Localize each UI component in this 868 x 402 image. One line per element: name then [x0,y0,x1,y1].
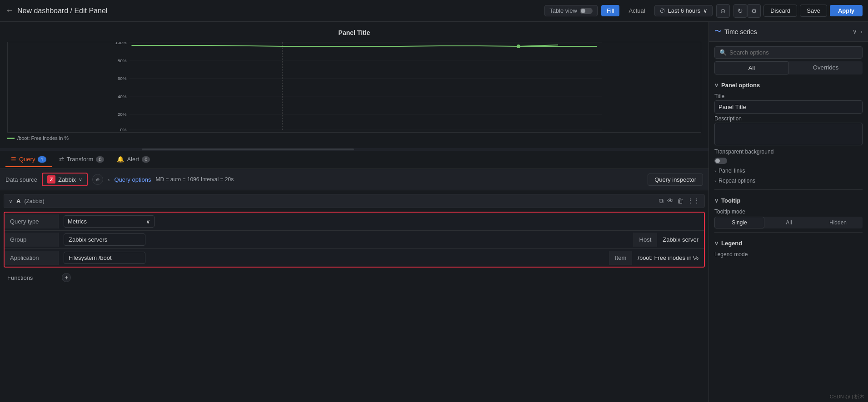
refresh-button[interactable]: ↻ [733,4,747,18]
description-textarea[interactable] [714,123,863,145]
transparent-toggle[interactable] [714,158,727,164]
actual-button[interactable]: Actual [623,5,650,16]
top-bar-left: ← New dashboard / Edit Panel [5,6,544,15]
overrides-tab[interactable]: Overrides [789,61,863,74]
tooltip-section[interactable]: ∨ Tooltip [714,194,863,207]
apply-button[interactable]: Apply [830,5,863,16]
top-bar-right: ⚙ Discard Save Apply [747,4,863,18]
toggle-knob [581,9,585,13]
duplicate-icon[interactable]: ⧉ [659,197,663,205]
drag-icon[interactable]: ⋮⋮ [687,197,700,205]
tab-alert[interactable]: 🔔 Alert 0 [111,152,155,167]
settings-button[interactable]: ⚙ [747,4,761,18]
clock-icon: ⏱ [659,7,665,14]
repeat-options-chevron-icon: › [714,179,716,184]
collapse-icon[interactable]: ∨ [9,198,13,204]
zabbix-icon: Z [47,175,55,184]
query-form: Query type Metrics ∨ Group Zabbix server… [4,212,705,268]
panel-type-expand-icon[interactable]: › [861,28,863,35]
search-input[interactable] [729,49,858,56]
panel-links-section[interactable]: › Panel links [714,166,863,176]
svg-text:40%: 40% [118,94,127,99]
save-button[interactable]: Save [800,5,827,17]
query-row-header: ∨ A (Zabbix) ⧉ 👁 🗑 ⋮⋮ [4,194,705,208]
panel-links-chevron-icon: › [714,169,716,174]
query-options-link[interactable]: Query options [114,176,151,183]
chart-container: 100% 80% 60% 40% 20% 0% 05:00 05:30 06:0… [7,42,701,133]
tooltip-hidden-btn[interactable]: Hidden [813,217,863,228]
legend-chevron-icon: ∨ [714,240,718,247]
tooltip-mode-label: Tooltip mode [714,208,863,215]
title-option-label: Title [714,93,863,99]
legend-label: /boot: Free inodes in % [17,135,69,141]
datasource-bar: Data source Z Zabbix ∨ ⊕ › Query options… [0,169,708,190]
panel-options-section[interactable]: ∨ Panel options [714,78,863,91]
legend-section[interactable]: ∨ Legend [714,236,863,249]
tooltip-chevron-icon: ∨ [714,198,718,204]
panel-type-label: Time series [724,28,853,35]
tooltip-label: Tooltip [721,197,740,204]
transform-count-badge: 0 [96,156,104,163]
top-bar-center: Table view Fill Actual ⏱ Last 6 hours ∨ … [544,4,747,18]
tooltip-single-btn[interactable]: Single [714,217,764,228]
item-value: /boot: Free inodes in % [632,251,704,265]
time-chevron-icon: ∨ [703,7,708,14]
divider2 [714,232,863,233]
gear-icon: ⚙ [751,7,757,15]
legend-label: Legend [721,240,742,247]
svg-text:100%: 100% [115,42,126,45]
host-label: Host [634,233,658,247]
back-button[interactable]: ← [5,6,14,15]
datasource-chevron-icon: ∨ [79,177,82,183]
repeat-options-label: Repeat options [718,178,755,184]
query-inspector-button[interactable]: Query inspector [648,174,703,186]
add-function-button[interactable]: + [62,273,71,282]
group-value[interactable]: Zabbix servers [64,233,145,246]
time-label: Last 6 hours [668,7,701,14]
functions-row: Functions + [4,271,705,284]
transform-tab-icon: ⇄ [59,156,64,163]
tab-transform[interactable]: ⇄ Transform 0 [54,152,110,167]
discard-button[interactable]: Discard [763,5,797,17]
alert-tab-label: Alert [127,156,139,163]
datasource-selector[interactable]: Z Zabbix ∨ [42,173,88,186]
search-icon: 🔍 [719,49,727,56]
panel-title-input[interactable] [714,100,863,114]
fill-button[interactable]: Fill [601,5,620,16]
zoom-out-button[interactable]: ⊖ [716,4,730,18]
alert-count-badge: 0 [142,156,150,163]
panel-type-chevron-icon[interactable]: ∨ [853,28,857,35]
eye-icon[interactable]: 👁 [667,197,673,205]
tooltip-all-btn[interactable]: All [764,217,813,228]
search-box[interactable]: 🔍 [714,46,863,59]
datasource-mixed-button[interactable]: ⊕ [92,174,103,185]
table-view-toggle[interactable]: Table view [544,5,598,16]
row-datasource-hint: (Zabbix) [24,198,44,204]
all-tab[interactable]: All [714,61,789,74]
query-type-select[interactable]: Metrics ∨ [64,215,155,228]
right-panel: 〜 Time series ∨ › 🔍 All Overrides ∨ Pane… [709,22,868,402]
top-bar: ← New dashboard / Edit Panel Table view … [0,0,868,22]
left-panel: Panel Title 100% 80% 60% 40% 20% 0% [0,22,709,402]
query-type-value: Metrics [68,218,87,225]
transform-tab-label: Transform [67,156,94,163]
divider [714,189,863,190]
query-type-label: Query type [5,214,59,228]
tab-query[interactable]: ☰ Query 1 [5,152,52,167]
svg-text:20%: 20% [118,112,127,117]
repeat-options-section[interactable]: › Repeat options [714,176,863,186]
chart-legend: /boot: Free inodes in % [7,135,701,141]
time-picker[interactable]: ⏱ Last 6 hours ∨ [654,5,713,16]
group-label: Group [5,233,59,247]
delete-icon[interactable]: 🗑 [677,197,683,205]
table-view-switch[interactable] [580,8,593,14]
query-section: ∨ A (Zabbix) ⧉ 👁 🗑 ⋮⋮ Query type Met [0,190,708,402]
query-options-meta: MD = auto = 1096 Interval = 20s [155,176,234,183]
application-value[interactable]: Filesystem /boot [64,252,145,264]
transparent-label: Transparent background [714,149,863,155]
svg-text:80%: 80% [118,58,127,63]
query-tab-label: Query [19,156,35,163]
main-layout: Panel Title 100% 80% 60% 40% 20% 0% [0,22,868,402]
refresh-icon: ↻ [738,7,743,15]
right-panel-type-bar: 〜 Time series ∨ › [709,22,868,42]
